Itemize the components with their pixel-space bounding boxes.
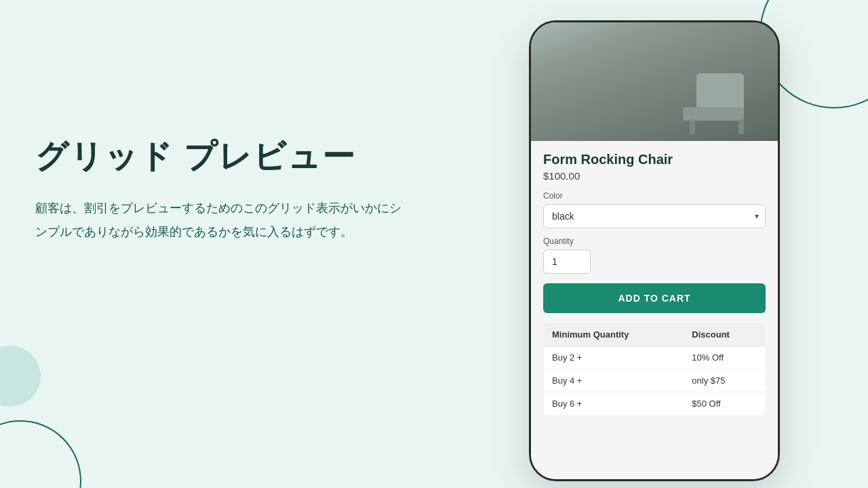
add-to-cart-button[interactable]: ADD TO CART (543, 283, 766, 313)
deco-circle-bottom-left (0, 420, 81, 488)
quantity-cell: Buy 2 + (544, 346, 684, 369)
discount-cell: 10% Off (684, 346, 765, 369)
col-header-discount: Discount (684, 323, 765, 346)
quantity-input[interactable] (543, 249, 591, 274)
col-header-quantity: Minimum Quantity (544, 323, 684, 346)
quantity-cell: Buy 4 + (544, 369, 684, 392)
color-select[interactable]: black white grey brown (543, 204, 766, 228)
discount-table: Minimum Quantity Discount Buy 2 +10% Off… (543, 323, 766, 415)
page-description: 顧客は、割引をプレビューするためのこのグリッド表示がいかにシンプルでありながら効… (35, 197, 401, 243)
discount-cell: only $75 (684, 369, 765, 392)
product-image (531, 22, 778, 141)
color-select-wrapper: black white grey brown ▾ (543, 204, 766, 228)
chair-illustration (683, 73, 751, 134)
deco-circle-left (0, 346, 41, 407)
product-price: $100.00 (543, 170, 766, 182)
table-row: Buy 2 +10% Off (544, 346, 766, 369)
left-panel: グリッド プレビュー 顧客は、割引をプレビューするためのこのグリッド表示がいかに… (35, 136, 401, 243)
phone-frame: Form Rocking Chair $100.00 Color black w… (529, 20, 780, 481)
page-headline: グリッド プレビュー (35, 136, 401, 178)
phone-mockup: Form Rocking Chair $100.00 Color black w… (529, 20, 780, 481)
discount-cell: $50 Off (684, 392, 765, 415)
quantity-cell: Buy 6 + (544, 392, 684, 415)
table-row: Buy 4 +only $75 (544, 369, 766, 392)
product-content: Form Rocking Chair $100.00 Color black w… (531, 141, 778, 479)
color-label: Color (543, 191, 766, 201)
product-name: Form Rocking Chair (543, 152, 766, 167)
table-row: Buy 6 +$50 Off (544, 392, 766, 415)
quantity-label: Quantity (543, 237, 766, 246)
